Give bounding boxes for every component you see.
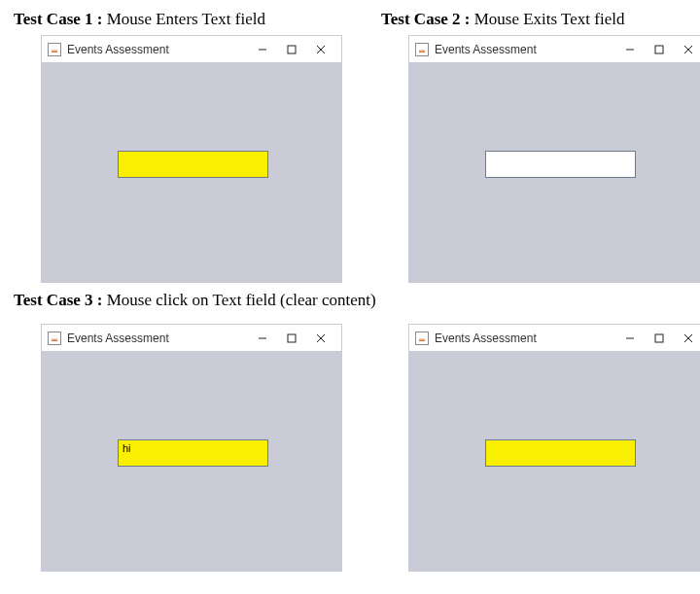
case-2-label-bold: Test Case 2 : bbox=[381, 10, 470, 28]
window-2: Events Assessment bbox=[408, 35, 700, 283]
titlebar: Events Assessment bbox=[409, 36, 700, 63]
window-title: Events Assessment bbox=[67, 332, 169, 345]
minimize-button[interactable] bbox=[248, 39, 277, 60]
maximize-button[interactable] bbox=[277, 328, 306, 349]
app-icon bbox=[415, 43, 429, 56]
text-field[interactable] bbox=[485, 151, 636, 178]
case-3-heading: Test Case 3 : Mouse click on Text field … bbox=[14, 291, 700, 310]
client-area bbox=[409, 352, 700, 571]
titlebar: Events Assessment bbox=[42, 36, 341, 63]
maximize-button[interactable] bbox=[277, 39, 306, 60]
minimize-button[interactable] bbox=[248, 328, 277, 349]
svg-rect-1 bbox=[288, 46, 296, 53]
client-area bbox=[42, 63, 341, 282]
window-1: Events Assessment bbox=[41, 35, 342, 283]
svg-rect-5 bbox=[655, 46, 663, 53]
maximize-button[interactable] bbox=[645, 328, 674, 349]
titlebar: Events Assessment bbox=[409, 325, 700, 352]
window-title: Events Assessment bbox=[67, 43, 169, 56]
case-1-label-rest: Mouse Enters Text field bbox=[102, 10, 265, 28]
minimize-button[interactable] bbox=[615, 39, 645, 60]
app-icon bbox=[48, 332, 61, 345]
svg-rect-9 bbox=[288, 334, 296, 342]
close-button[interactable] bbox=[306, 39, 335, 60]
text-field[interactable]: hi bbox=[118, 439, 268, 467]
svg-rect-13 bbox=[655, 334, 663, 342]
client-area bbox=[409, 63, 700, 282]
case-2-label-rest: Mouse Exits Text field bbox=[470, 10, 624, 28]
window-4: Events Assessment bbox=[408, 324, 700, 572]
case-1-heading: Test Case 1 : Mouse Enters Text field bbox=[14, 10, 342, 29]
close-button[interactable] bbox=[306, 328, 335, 349]
titlebar: Events Assessment bbox=[42, 325, 341, 352]
case-2-heading: Test Case 2 : Mouse Exits Text field bbox=[381, 10, 700, 29]
text-field[interactable] bbox=[485, 439, 636, 467]
case-3-label-bold: Test Case 3 : bbox=[14, 291, 102, 309]
window-title: Events Assessment bbox=[435, 332, 537, 345]
close-button[interactable] bbox=[674, 328, 700, 349]
case-3-label-rest: Mouse click on Text field (clear content… bbox=[102, 291, 375, 309]
close-button[interactable] bbox=[674, 39, 700, 60]
case-1-label-bold: Test Case 1 : bbox=[14, 10, 102, 28]
minimize-button[interactable] bbox=[615, 328, 645, 349]
app-icon bbox=[415, 332, 429, 345]
maximize-button[interactable] bbox=[645, 39, 674, 60]
window-3: Events Assessment hi bbox=[41, 324, 342, 572]
app-icon bbox=[48, 43, 61, 56]
window-title: Events Assessment bbox=[435, 43, 537, 56]
client-area: hi bbox=[42, 352, 341, 571]
text-field[interactable] bbox=[118, 151, 268, 178]
